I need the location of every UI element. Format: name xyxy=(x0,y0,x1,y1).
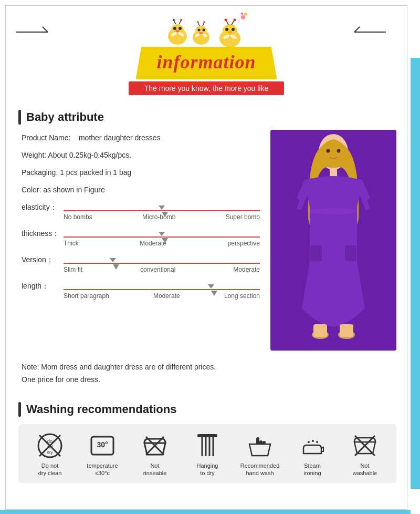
weight-line: Weight: About 0.25kg-0.45kg/pcs. xyxy=(22,150,260,161)
svg-point-12 xyxy=(173,19,175,21)
svg-point-47 xyxy=(337,149,341,153)
svg-rect-56 xyxy=(313,324,327,337)
svg-point-29 xyxy=(232,28,235,31)
svg-point-37 xyxy=(241,15,245,19)
version-slider: Slim fit conventional Moderate xyxy=(64,254,260,273)
thickness-slider: Thick Moderate perspective xyxy=(64,228,260,247)
baby-attribute-title: Baby attribute xyxy=(6,100,407,130)
label-moderate-v: Moderate xyxy=(233,266,260,273)
color-line: Color: as shown in Figure xyxy=(22,184,260,196)
page-wrapper: information The more you know, the more … xyxy=(0,5,420,514)
label-micro-bomb: Micro-bomb xyxy=(142,213,175,221)
svg-line-13 xyxy=(179,20,181,24)
steam-iron-icon xyxy=(299,433,326,459)
length-row: length： Short paragraph Moderate xyxy=(22,281,260,300)
svg-line-11 xyxy=(174,20,176,24)
content-card: information The more you know, the more … xyxy=(5,5,407,510)
svg-point-6 xyxy=(173,27,176,30)
length-labels: Short paragraph Moderate Long section xyxy=(64,292,260,300)
svg-point-28 xyxy=(225,28,228,31)
header-subtitle: The more you know, the more you like xyxy=(129,81,285,95)
weight-label: Weight: xyxy=(22,151,46,159)
product-info: Product Name: mother daughter dresses We… xyxy=(6,130,407,351)
packaging-line: Packaging: 1 pcs packed in 1 bag xyxy=(22,167,260,178)
section-title-text: Baby attribute xyxy=(26,110,104,124)
product-details: Product Name: mother daughter dresses We… xyxy=(22,130,260,351)
label-slim: Slim fit xyxy=(64,266,82,273)
label-super-bomb: Super bomb xyxy=(226,213,260,221)
length-slider: Short paragraph Moderate Long section xyxy=(64,281,260,300)
color-value: as shown in Figure xyxy=(43,186,105,194)
version-labels: Slim fit conventional Moderate xyxy=(64,266,260,273)
header-section: information The more you know, the more … xyxy=(6,6,407,100)
weight-value: About 0.25kg-0.45kg/pcs. xyxy=(48,151,131,159)
label-perspective: perspective xyxy=(228,240,260,247)
elasticity-row: elasticity： No bombs Micro-bomb xyxy=(22,202,260,221)
label-moderate-l: Moderate xyxy=(153,292,180,300)
svg-point-7 xyxy=(178,27,182,30)
svg-line-35 xyxy=(232,20,234,25)
svg-text:dry: dry xyxy=(47,450,52,455)
product-name-label: Product Name: xyxy=(22,133,70,142)
svg-rect-52 xyxy=(345,245,356,261)
svg-point-48 xyxy=(325,154,329,156)
svg-point-38 xyxy=(244,13,247,16)
svg-point-36 xyxy=(234,19,236,22)
note-line1: Note: Mom dress and daughter dress are o… xyxy=(22,361,391,374)
not-rinseable-icon xyxy=(142,433,168,459)
svg-point-23 xyxy=(197,21,199,23)
header-banner: information xyxy=(135,47,277,79)
not-washable-label: Not washable xyxy=(353,462,377,477)
svg-marker-41 xyxy=(162,238,168,243)
label-conventional: conventional xyxy=(140,266,175,273)
icon-hang-dry: Hanging to dry xyxy=(184,433,231,477)
washing-section-title: Washing recommendations xyxy=(26,403,176,416)
attributes-section: elasticity： No bombs Micro-bomb xyxy=(22,202,260,300)
svg-point-39 xyxy=(241,13,243,15)
hand-wash-icon xyxy=(247,433,273,459)
no-dry-clean-label: Do not dry clean xyxy=(38,462,62,477)
corner-decoration-left xyxy=(16,22,58,45)
svg-rect-53 xyxy=(310,245,322,261)
corner-decoration-right xyxy=(344,22,386,45)
blue-accent-bottom xyxy=(0,510,411,514)
icon-no-dry-clean: do not dry Do not dry clean xyxy=(26,433,74,477)
svg-point-18 xyxy=(203,29,205,32)
washing-section: Washing recommendations do not dry Do no… xyxy=(6,392,407,494)
length-label: length： xyxy=(22,281,64,291)
product-name-line: Product Name: mother daughter dresses xyxy=(22,132,260,143)
svg-point-8 xyxy=(175,30,180,32)
note-section: Note: Mom dress and daughter dress are o… xyxy=(6,351,407,392)
version-label: Version： xyxy=(22,254,64,265)
section-bar xyxy=(18,110,21,125)
version-row: Version： Slim fit conventional xyxy=(22,254,260,273)
packaging-value: 1 pcs packed in 1 bag xyxy=(60,168,131,177)
icon-not-rinseable: Not rinseable xyxy=(131,433,178,477)
svg-line-3 xyxy=(354,27,360,32)
icon-temperature: 30° temperature ≤30°c xyxy=(79,433,126,477)
washing-section-bar xyxy=(18,402,21,417)
label-no-bombs: No bombs xyxy=(64,213,92,221)
svg-line-33 xyxy=(226,20,228,25)
svg-line-1 xyxy=(43,27,48,32)
svg-point-75 xyxy=(316,441,318,443)
svg-point-73 xyxy=(308,441,310,443)
product-name-value: mother daughter dresses xyxy=(79,133,161,142)
thickness-label: thickness： xyxy=(22,228,64,239)
svg-point-34 xyxy=(225,19,227,22)
no-dry-clean-icon: do not dry xyxy=(37,433,63,459)
svg-point-49 xyxy=(338,154,342,156)
hand-wash-label: Recommended hand wash xyxy=(240,462,280,477)
elasticity-label: elasticity： xyxy=(22,202,64,212)
label-long: Long section xyxy=(224,292,260,300)
temperature-label: temperature ≤30°c xyxy=(87,462,118,477)
washing-title: Washing recommendations xyxy=(18,397,396,424)
header-title: information xyxy=(156,51,256,73)
temperature-icon: 30° xyxy=(89,433,116,459)
svg-marker-40 xyxy=(162,212,168,217)
svg-rect-57 xyxy=(340,324,353,337)
product-image xyxy=(270,130,396,351)
icon-not-washable: Not washable xyxy=(341,433,388,477)
svg-point-14 xyxy=(180,19,182,21)
svg-point-30 xyxy=(228,31,232,34)
